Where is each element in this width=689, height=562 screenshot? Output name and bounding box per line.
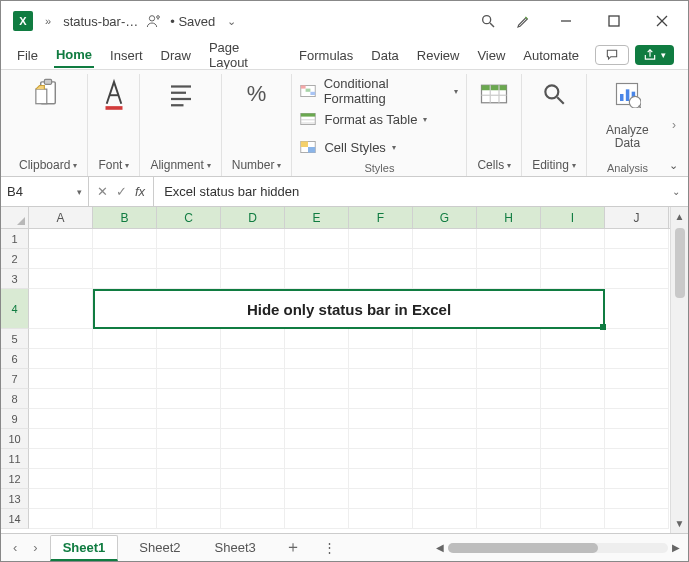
cell[interactable] [29, 469, 93, 489]
cell[interactable] [605, 409, 669, 429]
conditional-formatting-button[interactable]: Conditional Formatting ▾ [300, 81, 458, 101]
cell[interactable] [29, 229, 93, 249]
cell[interactable] [93, 229, 157, 249]
cell[interactable] [349, 449, 413, 469]
cell[interactable] [285, 229, 349, 249]
cell[interactable] [413, 469, 477, 489]
cell[interactable] [477, 349, 541, 369]
cell[interactable] [93, 449, 157, 469]
cell[interactable] [157, 429, 221, 449]
cell[interactable] [605, 289, 669, 329]
cell[interactable] [29, 449, 93, 469]
cell[interactable] [157, 509, 221, 529]
cell[interactable] [605, 449, 669, 469]
row-header[interactable]: 7 [1, 369, 29, 389]
tab-data[interactable]: Data [369, 44, 400, 67]
col-header-C[interactable]: C [157, 207, 221, 228]
cell[interactable] [413, 449, 477, 469]
row-header[interactable]: 6 [1, 349, 29, 369]
cell[interactable] [541, 389, 605, 409]
cell[interactable] [221, 509, 285, 529]
save-state-chevron-icon[interactable]: ⌄ [223, 15, 240, 28]
cell[interactable] [93, 269, 157, 289]
cell[interactable] [29, 429, 93, 449]
search-icon[interactable] [480, 13, 496, 29]
cell[interactable] [541, 449, 605, 469]
cell[interactable] [477, 409, 541, 429]
cell[interactable] [221, 489, 285, 509]
comments-button[interactable] [595, 45, 629, 65]
cell[interactable] [477, 329, 541, 349]
scroll-left-icon[interactable]: ◀ [436, 542, 444, 553]
col-header-G[interactable]: G [413, 207, 477, 228]
row-header[interactable]: 11 [1, 449, 29, 469]
cell[interactable] [29, 329, 93, 349]
cell[interactable] [221, 409, 285, 429]
col-header-I[interactable]: I [541, 207, 605, 228]
cell[interactable] [221, 429, 285, 449]
scroll-thumb[interactable] [675, 228, 685, 298]
row-header[interactable]: 4 [1, 289, 29, 329]
col-header-E[interactable]: E [285, 207, 349, 228]
cell[interactable] [541, 269, 605, 289]
cell[interactable] [477, 489, 541, 509]
cell[interactable] [285, 409, 349, 429]
cell[interactable] [29, 249, 93, 269]
cell[interactable] [285, 369, 349, 389]
cell[interactable] [29, 289, 93, 329]
add-sheet-button[interactable]: ＋ [277, 537, 309, 558]
cell[interactable] [93, 489, 157, 509]
format-as-table-button[interactable]: Format as Table ▾ [300, 109, 427, 129]
scroll-right-icon[interactable]: ▶ [672, 542, 680, 553]
cell[interactable] [285, 429, 349, 449]
cell[interactable] [605, 349, 669, 369]
cell[interactable] [93, 469, 157, 489]
row-header[interactable]: 9 [1, 409, 29, 429]
horizontal-scrollbar[interactable]: ◀ ▶ [350, 541, 680, 555]
grid[interactable]: A B C D E F G H I J 1 2 3 4 5 6 7 8 9 10… [1, 207, 670, 533]
cell[interactable] [413, 509, 477, 529]
cell[interactable] [413, 249, 477, 269]
cell[interactable] [413, 389, 477, 409]
cell[interactable] [541, 249, 605, 269]
tab-review[interactable]: Review [415, 44, 462, 67]
cell[interactable] [29, 409, 93, 429]
tab-file[interactable]: File [15, 44, 40, 67]
maximize-button[interactable] [594, 6, 634, 36]
cell[interactable] [221, 369, 285, 389]
cell[interactable] [29, 369, 93, 389]
cell[interactable] [221, 249, 285, 269]
cell[interactable] [93, 369, 157, 389]
scroll-down-icon[interactable]: ▼ [675, 514, 685, 533]
formula-input[interactable]: Excel status bar hidden [154, 177, 664, 206]
cell[interactable] [605, 329, 669, 349]
pen-icon[interactable] [516, 13, 532, 29]
formula-bar-expand-icon[interactable]: ⌄ [664, 177, 688, 206]
ribbon-group-clipboard[interactable]: Clipboard▾ [9, 74, 88, 176]
fx-icon[interactable]: fx [135, 184, 145, 199]
row-header[interactable]: 2 [1, 249, 29, 269]
cell[interactable] [605, 229, 669, 249]
cell[interactable] [477, 389, 541, 409]
cell[interactable] [285, 509, 349, 529]
cell[interactable] [605, 269, 669, 289]
cell[interactable] [221, 229, 285, 249]
ribbon-group-font[interactable]: Font▾ [88, 74, 140, 176]
cell[interactable] [349, 389, 413, 409]
col-header-A[interactable]: A [29, 207, 93, 228]
document-name[interactable]: status-bar-… [63, 14, 138, 29]
col-header-B[interactable]: B [93, 207, 157, 228]
name-box[interactable]: B4 ▾ [1, 177, 89, 206]
ribbon-collapse-icon[interactable]: ⌄ [669, 159, 678, 172]
cell[interactable] [349, 409, 413, 429]
cell[interactable] [541, 329, 605, 349]
cell[interactable] [221, 329, 285, 349]
cell[interactable] [29, 509, 93, 529]
row-header[interactable]: 8 [1, 389, 29, 409]
tab-view[interactable]: View [475, 44, 507, 67]
cancel-icon[interactable]: ✕ [97, 184, 108, 199]
cell[interactable] [221, 269, 285, 289]
sheet-tab[interactable]: Sheet1 [50, 535, 119, 561]
enter-icon[interactable]: ✓ [116, 184, 127, 199]
select-all-corner[interactable] [1, 207, 29, 228]
